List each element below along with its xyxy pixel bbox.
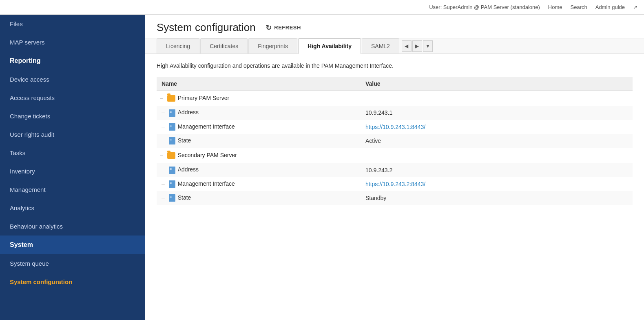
sidebar: FilesMAP serversReportingDevice accessAc… [0, 15, 145, 320]
doc-icon [169, 194, 175, 202]
tab-high-availability[interactable]: High Availability [298, 38, 361, 54]
row-name: Management Interface [178, 180, 235, 187]
row-value: Active [365, 138, 381, 144]
row-value: 10.9.243.1 [365, 109, 392, 116]
col-header-value: Value [361, 77, 633, 91]
top-bar: User: SuperAdmin @ PAM Server (standalon… [0, 0, 644, 15]
col-header-name: Name [157, 77, 361, 91]
tab-dropdown-button[interactable]: ▼ [423, 40, 433, 52]
doc-icon [169, 109, 175, 117]
table-row: — StateStandby [157, 191, 633, 205]
group-label: Secondary PAM Server [178, 152, 237, 158]
table-row: — Management Interfacehttps://10.9.243.1… [157, 120, 633, 134]
sidebar-item-analytics[interactable]: Analytics [0, 199, 145, 217]
sidebar-item-files[interactable]: Files [0, 15, 145, 33]
content-body: High Availability configuration and oper… [145, 54, 644, 320]
doc-icon [169, 167, 175, 174]
doc-icon [169, 180, 175, 188]
search-link[interactable]: Search [571, 4, 587, 10]
sidebar-item-tasks[interactable]: Tasks [0, 144, 145, 162]
folder-icon [167, 152, 175, 159]
row-name: State [178, 194, 191, 201]
group-label: Primary PAM Server [178, 95, 230, 101]
doc-icon [169, 137, 175, 144]
page-header: System configuration ↻ REFRESH [145, 15, 644, 38]
row-name: Management Interface [178, 123, 235, 130]
table-row: — Address10.9.243.2 [157, 163, 633, 177]
sidebar-item-system-configuration[interactable]: System configuration [0, 273, 145, 291]
main-layout: FilesMAP serversReportingDevice accessAc… [0, 15, 644, 320]
ha-description: High Availability configuration and oper… [157, 62, 633, 69]
sidebar-item-change-tickets[interactable]: Change tickets [0, 107, 145, 125]
doc-icon [169, 123, 175, 131]
row-value: Standby [365, 195, 386, 201]
config-table: Name Value — Primary PAM Server — Addres… [157, 77, 633, 205]
row-name: Address [178, 109, 199, 116]
refresh-label: REFRESH [274, 24, 301, 31]
tab-saml2[interactable]: SAML2 [362, 38, 399, 53]
row-name: State [178, 137, 191, 144]
sidebar-item-inventory[interactable]: Inventory [0, 162, 145, 180]
home-link[interactable]: Home [548, 4, 562, 10]
row-link-value[interactable]: https://10.9.243.2:8443/ [365, 181, 425, 187]
sidebar-item-map-servers[interactable]: MAP servers [0, 33, 145, 51]
user-info: User: SuperAdmin @ PAM Server (standalon… [429, 4, 540, 10]
refresh-icon: ↻ [266, 23, 272, 32]
sidebar-item-behaviour-analytics[interactable]: Behaviour analytics [0, 217, 145, 236]
refresh-button[interactable]: ↻ REFRESH [262, 22, 304, 34]
table-row: — Primary PAM Server [157, 91, 633, 106]
page-title: System configuration [157, 21, 256, 34]
row-name: Address [178, 166, 199, 173]
table-row: — StateActive [157, 134, 633, 148]
tab-navigation: ◀ ▶ ▼ [402, 40, 433, 52]
table-row: — Address10.9.243.1 [157, 106, 633, 120]
sidebar-item-reporting[interactable]: Reporting [0, 51, 145, 70]
row-value: 10.9.243.2 [365, 167, 392, 173]
external-icon: ↗ [633, 4, 637, 10]
tab-prev-button[interactable]: ◀ [402, 40, 412, 52]
table-row: — Secondary PAM Server [157, 148, 633, 163]
row-link-value[interactable]: https://10.9.243.1:8443/ [365, 124, 425, 130]
admin-guide-link[interactable]: Admin guide [595, 4, 625, 10]
sidebar-item-access-requests[interactable]: Access requests [0, 89, 145, 107]
tabs-bar: LicencingCertificatesFingerprintsHigh Av… [145, 38, 644, 54]
sidebar-item-device-access[interactable]: Device access [0, 70, 145, 89]
content-area: System configuration ↻ REFRESH Licencing… [145, 15, 644, 320]
sidebar-item-system[interactable]: System [0, 236, 145, 254]
tab-certificates[interactable]: Certificates [200, 38, 248, 53]
folder-icon [167, 95, 175, 102]
sidebar-item-system-queue[interactable]: System queue [0, 254, 145, 273]
table-row: — Management Interfacehttps://10.9.243.2… [157, 177, 633, 191]
tab-licencing[interactable]: Licencing [157, 38, 199, 53]
tab-next-button[interactable]: ▶ [412, 40, 422, 52]
tab-fingerprints[interactable]: Fingerprints [248, 38, 297, 53]
sidebar-item-user-rights-audit[interactable]: User rights audit [0, 125, 145, 144]
sidebar-item-management[interactable]: Management [0, 180, 145, 199]
